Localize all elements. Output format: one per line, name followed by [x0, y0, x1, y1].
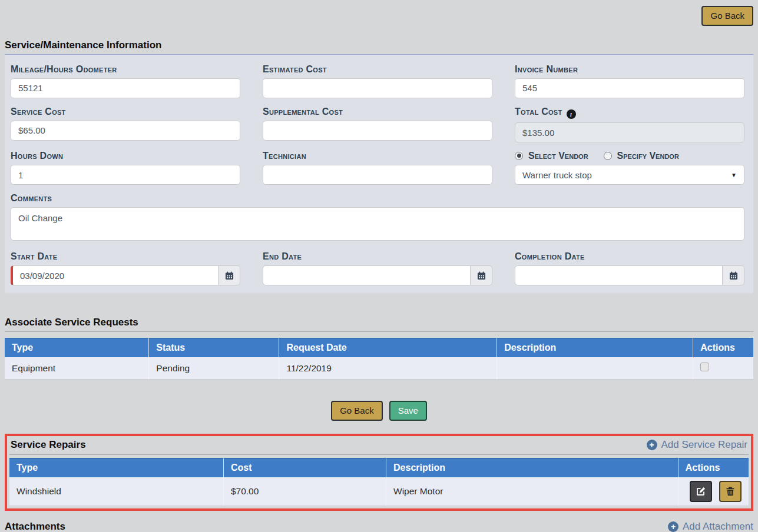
mileage-field-group: Mileage/Hours Odometer	[11, 64, 240, 98]
plus-circle-icon: +	[647, 440, 657, 450]
estimated-cost-input[interactable]	[263, 78, 492, 98]
specify-vendor-radio-label: Specify Vendor	[617, 151, 679, 161]
service-cost-label: Service Cost	[11, 106, 240, 117]
start-date-field-group: Start Date	[11, 251, 240, 285]
request-description-cell	[497, 357, 693, 380]
calendar-icon	[729, 271, 738, 280]
edit-icon	[696, 487, 706, 496]
mileage-label: Mileage/Hours Odometer	[11, 64, 240, 75]
calendar-icon	[225, 271, 234, 280]
end-date-calendar-button[interactable]	[471, 265, 492, 285]
dates-grid: Start Date	[11, 251, 744, 285]
vendor-select[interactable]: Warner truck stop	[515, 165, 744, 185]
technician-input[interactable]	[263, 165, 492, 185]
service-cost-field-group: Service Cost	[11, 106, 240, 143]
add-attachment-link[interactable]: + Add Attachment	[668, 521, 753, 532]
end-date-field-group: End Date	[263, 251, 492, 285]
service-maintenance-page: Go Back Service/Maintenance Information …	[0, 0, 758, 532]
hours-down-label: Hours Down	[11, 150, 240, 161]
repair-cost-cell: $70.00	[224, 477, 386, 506]
request-type-cell: Equipment	[5, 357, 149, 380]
total-cost-label: Total Costi	[515, 106, 744, 119]
service-repairs-title: Service Repairs	[11, 439, 86, 451]
select-vendor-radio[interactable]	[515, 152, 523, 160]
completion-date-input[interactable]	[515, 265, 723, 285]
mileage-input[interactable]	[11, 78, 240, 98]
col-status: Status	[149, 338, 279, 357]
save-button[interactable]: Save	[389, 401, 427, 421]
col-actions: Actions	[678, 458, 749, 477]
go-back-button[interactable]: Go Back	[331, 401, 383, 421]
service-info-grid: Mileage/Hours Odometer Estimated Cost In…	[11, 64, 744, 193]
completion-date-label: Completion Date	[515, 251, 744, 262]
service-info-header: Service/Maintenance Information	[5, 38, 753, 55]
specify-vendor-radio[interactable]	[604, 152, 612, 160]
associate-requests-header: Associate Service Requests	[5, 315, 753, 332]
completion-date-group	[515, 265, 744, 285]
end-date-input[interactable]	[263, 265, 471, 285]
estimated-cost-field-group: Estimated Cost	[263, 64, 492, 98]
service-repairs-table: Type Cost Description Actions Windshield…	[9, 458, 749, 506]
associate-requests-header-row: Type Status Request Date Description Act…	[5, 338, 753, 357]
col-description: Description	[497, 338, 693, 357]
add-attachment-label: Add Attachment	[683, 521, 753, 532]
total-cost-field-group: Total Costi	[515, 106, 744, 143]
add-service-repair-link[interactable]: + Add Service Repair	[647, 439, 747, 451]
calendar-icon	[477, 271, 486, 280]
col-description: Description	[386, 458, 678, 477]
col-type: Type	[9, 458, 224, 477]
start-date-label: Start Date	[11, 251, 240, 262]
col-request-date: Request Date	[279, 338, 497, 357]
page-title: Service/Maintenance Information	[5, 39, 161, 51]
service-cost-input[interactable]	[11, 121, 240, 141]
vendor-select-wrap: Warner truck stop ▼	[515, 165, 744, 185]
attachments-header: Attachments + Add Attachment	[5, 520, 753, 532]
end-date-group	[263, 265, 492, 285]
info-icon[interactable]: i	[567, 109, 576, 119]
table-row: Equipment Pending 11/22/2019	[5, 357, 753, 380]
technician-label: Technician	[263, 150, 492, 161]
associate-requests-title: Associate Service Requests	[5, 317, 138, 328]
associate-requests-table: Type Status Request Date Description Act…	[5, 338, 753, 380]
completion-date-calendar-button[interactable]	[723, 265, 744, 285]
supplemental-cost-input[interactable]	[263, 121, 492, 141]
add-service-repair-label: Add Service Repair	[661, 439, 747, 451]
technician-field-group: Technician	[263, 150, 492, 185]
vendor-radio-row: Select Vendor Specify Vendor	[515, 150, 744, 161]
plus-circle-icon: +	[668, 521, 678, 532]
repair-description-cell: Wiper Motor	[386, 477, 678, 506]
trash-icon	[726, 487, 735, 496]
comments-field-group: Comments Oil Change	[11, 192, 744, 243]
hours-down-input[interactable]	[11, 165, 240, 185]
select-vendor-radio-label: Select Vendor	[528, 151, 588, 161]
table-row: Windshield $70.00 Wiper Motor	[9, 477, 749, 506]
go-back-button-top[interactable]: Go Back	[701, 6, 753, 26]
delete-repair-button[interactable]	[719, 481, 742, 502]
edit-repair-button[interactable]	[690, 481, 712, 502]
attachments-title: Attachments	[5, 521, 65, 532]
vendor-field-group: Select Vendor Specify Vendor Warner truc…	[515, 150, 744, 185]
col-actions: Actions	[693, 338, 753, 357]
start-date-group	[11, 265, 240, 285]
request-status-cell: Pending	[149, 357, 279, 380]
invoice-number-label: Invoice Number	[515, 64, 744, 75]
total-cost-label-text: Total Cost	[515, 107, 562, 117]
supplemental-cost-field-group: Supplemental Cost	[263, 106, 492, 143]
request-date-cell: 11/22/2019	[279, 357, 497, 380]
estimated-cost-label: Estimated Cost	[263, 64, 492, 75]
service-info-panel: Mileage/Hours Odometer Estimated Cost In…	[5, 55, 753, 294]
request-actions-cell	[693, 357, 753, 380]
request-select-checkbox[interactable]	[700, 363, 709, 371]
supplemental-cost-label: Supplemental Cost	[263, 106, 492, 117]
topbar: Go Back	[5, 0, 753, 26]
comments-textarea[interactable]: Oil Change	[11, 207, 744, 241]
repair-type-cell: Windshield	[9, 477, 224, 506]
start-date-calendar-button[interactable]	[219, 265, 240, 285]
start-date-input[interactable]	[11, 265, 219, 285]
form-actions: Go Back Save	[5, 401, 753, 421]
col-type: Type	[5, 338, 149, 357]
invoice-number-input[interactable]	[515, 78, 744, 98]
service-repairs-section: Service Repairs + Add Service Repair Typ…	[5, 434, 753, 511]
invoice-number-field-group: Invoice Number	[515, 64, 744, 98]
total-cost-input	[515, 122, 744, 142]
